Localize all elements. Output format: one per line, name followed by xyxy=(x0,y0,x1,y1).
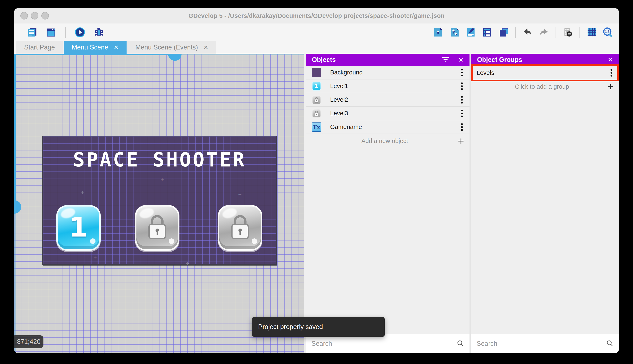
object-groups-panel: Object Groups ✕ Levels Click to add a gr… xyxy=(470,54,619,353)
objects-editor-icon[interactable] xyxy=(432,26,444,38)
star-sparkle: + xyxy=(81,189,84,196)
group-row-levels[interactable]: Levels xyxy=(471,66,619,80)
object-row-level3[interactable]: Level3 xyxy=(306,107,470,120)
star-sparkle: + xyxy=(257,250,260,256)
add-object-row[interactable]: Add a new object + xyxy=(306,134,470,148)
panel-title: Object Groups xyxy=(477,56,522,64)
add-object-label: Add a new object xyxy=(311,138,458,144)
properties-icon[interactable] xyxy=(465,26,477,38)
level3-button-object[interactable] xyxy=(218,205,262,251)
search-icon[interactable] xyxy=(457,340,464,348)
cursor-coordinates: 871;420 xyxy=(14,335,44,348)
tab-bar: Start Page Menu Scene ✕ Menu Scene (Even… xyxy=(14,41,619,54)
tab-menu-scene-events[interactable]: Menu Scene (Events) ✕ xyxy=(127,41,216,54)
level2-button-object[interactable] xyxy=(135,205,179,251)
close-window-button[interactable] xyxy=(20,12,28,20)
zoom-original-icon[interactable]: 1:1 xyxy=(602,26,614,38)
locked-button-icon xyxy=(312,95,321,104)
search-icon[interactable] xyxy=(606,340,613,348)
layers-icon[interactable] xyxy=(498,26,509,38)
background-thumbnail-icon xyxy=(312,68,321,77)
lock-icon xyxy=(229,214,252,240)
vertical-scrollbar-knob[interactable] xyxy=(14,200,21,214)
star-sparkle: + xyxy=(161,176,164,183)
game-scene-preview: SPACE SHOOTER + + + + + + 1 xyxy=(42,136,277,265)
close-tab-icon[interactable]: ✕ xyxy=(203,44,208,51)
panel-title: Objects xyxy=(312,56,336,64)
level1-button-icon: 1 xyxy=(312,82,321,91)
grid-icon[interactable] xyxy=(586,26,597,38)
close-tab-icon[interactable]: ✕ xyxy=(114,44,119,51)
object-groups-editor-icon[interactable] xyxy=(449,26,460,38)
scene-window-icon[interactable] xyxy=(45,26,57,38)
object-row-level1[interactable]: 1 Level1 xyxy=(306,80,470,93)
objects-panel: Objects ✕ Background 1 Level1 xyxy=(306,54,470,353)
window-title: GDevelop 5 - /Users/dkarakay/Documents/G… xyxy=(188,12,445,19)
object-menu-icon[interactable] xyxy=(460,122,464,132)
object-name: Level2 xyxy=(330,96,348,103)
instances-list-icon[interactable] xyxy=(481,26,493,38)
toolbar-divider xyxy=(515,27,516,38)
tab-label: Menu Scene xyxy=(72,44,108,51)
play-icon[interactable] xyxy=(74,26,86,38)
redo-icon[interactable] xyxy=(538,26,550,38)
level-number: 1 xyxy=(58,212,99,243)
filter-icon[interactable] xyxy=(442,57,449,62)
text-object-icon: Tx xyxy=(312,122,321,132)
vertical-scrollbar[interactable] xyxy=(14,54,16,207)
project-manager-icon[interactable] xyxy=(26,26,38,38)
object-menu-icon[interactable] xyxy=(460,108,464,118)
plus-icon[interactable]: + xyxy=(607,82,613,91)
tab-label: Menu Scene (Events) xyxy=(135,44,198,51)
star-sparkle: + xyxy=(186,260,189,267)
level1-button-object[interactable]: 1 xyxy=(56,205,101,251)
object-name: Gamename xyxy=(330,124,362,130)
scene-canvas[interactable]: SPACE SHOOTER + + + + + + 1 xyxy=(14,54,306,353)
object-name: Level3 xyxy=(330,110,348,117)
group-menu-icon[interactable] xyxy=(609,68,613,78)
object-menu-icon[interactable] xyxy=(460,68,464,78)
object-row-level2[interactable]: Level2 xyxy=(306,93,470,107)
tab-label: Start Page xyxy=(24,44,55,51)
toolbar-divider xyxy=(65,27,66,38)
objects-search-input[interactable] xyxy=(311,340,454,348)
minimize-window-button[interactable] xyxy=(31,12,39,20)
editor-content: SPACE SHOOTER + + + + + + 1 xyxy=(14,54,619,353)
tab-start-page[interactable]: Start Page xyxy=(16,41,63,54)
add-group-label: Click to add a group xyxy=(477,83,607,90)
zoom-ratio-label: 1:1 xyxy=(604,30,610,33)
groups-search-input[interactable] xyxy=(477,340,603,348)
toggle-instances-mask-icon[interactable] xyxy=(562,26,574,38)
object-groups-panel-header: Object Groups ✕ xyxy=(471,54,619,66)
undo-icon[interactable] xyxy=(522,26,533,38)
debug-icon[interactable] xyxy=(93,26,105,38)
groups-panel-empty-area xyxy=(471,94,619,334)
lock-icon xyxy=(146,214,169,240)
group-name: Levels xyxy=(477,70,494,76)
close-panel-icon[interactable]: ✕ xyxy=(458,56,464,64)
horizontal-scrollbar-knob[interactable] xyxy=(168,54,182,61)
gloss-dot xyxy=(169,238,174,244)
save-toast: Project properly saved xyxy=(252,317,385,337)
object-menu-icon[interactable] xyxy=(460,95,464,105)
star-sparkle: + xyxy=(93,254,97,261)
object-row-gamename[interactable]: Tx Gamename xyxy=(306,120,470,134)
add-group-row[interactable]: Click to add a group + xyxy=(471,80,619,94)
close-panel-icon[interactable]: ✕ xyxy=(608,56,613,64)
object-menu-icon[interactable] xyxy=(460,81,464,91)
tab-menu-scene[interactable]: Menu Scene ✕ xyxy=(64,41,127,54)
toolbar-left-group xyxy=(14,26,105,38)
horizontal-scrollbar[interactable] xyxy=(14,54,175,55)
object-name: Background xyxy=(330,69,363,76)
zoom-window-button[interactable] xyxy=(41,12,49,20)
gloss-dot xyxy=(252,238,257,244)
titlebar: GDevelop 5 - /Users/dkarakay/Documents/G… xyxy=(14,8,619,24)
object-row-background[interactable]: Background xyxy=(306,66,470,80)
gdevelop-window: GDevelop 5 - /Users/dkarakay/Documents/G… xyxy=(14,8,619,353)
objects-panel-empty-area xyxy=(306,148,470,334)
main-toolbar: 1:1 xyxy=(14,24,619,41)
plus-icon[interactable]: + xyxy=(458,137,464,145)
scene-title-text-object[interactable]: SPACE SHOOTER xyxy=(43,149,276,171)
star-sparkle: + xyxy=(238,191,242,198)
locked-button-icon xyxy=(312,109,321,118)
